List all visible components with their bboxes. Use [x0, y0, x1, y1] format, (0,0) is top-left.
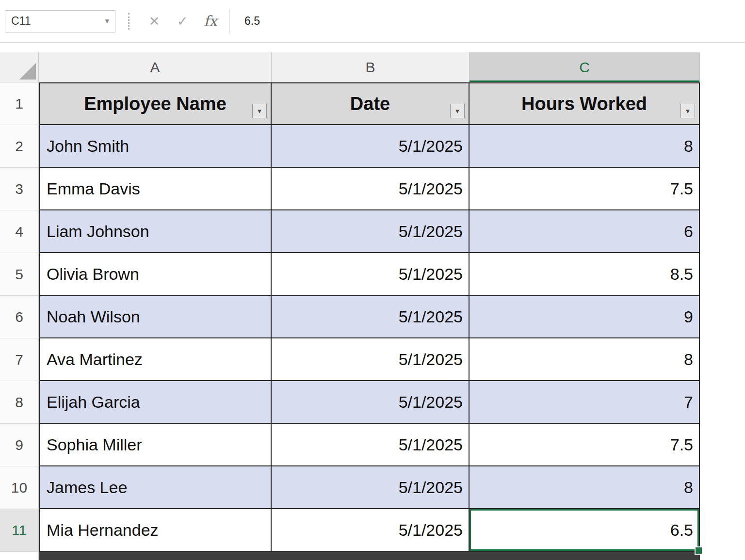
name-box[interactable]: C11 ▾ [5, 10, 115, 32]
table-row: 3 Emma Davis 5/1/2025 7.5 [0, 168, 745, 210]
cell-hours[interactable]: 7.5 [470, 168, 700, 210]
cell-employee-name[interactable]: Elijah Garcia [39, 381, 272, 424]
cell-date[interactable]: 5/1/2025 [272, 210, 470, 253]
cell-date[interactable]: 5/1/2025 [272, 466, 470, 509]
select-all-corner[interactable] [0, 52, 39, 82]
row-header[interactable]: 2 [0, 125, 39, 168]
column-header-b[interactable]: B [272, 52, 470, 82]
filter-dropdown-button[interactable]: ▾ [680, 104, 695, 118]
row-header[interactable]: 6 [0, 296, 39, 338]
table-row: 11 Mia Hernandez 5/1/2025 6.5 [0, 509, 745, 552]
cell-date[interactable]: 5/1/2025 [272, 509, 470, 552]
cell-hours[interactable]: 8 [470, 338, 700, 381]
cell-hours[interactable]: 8 [470, 466, 700, 509]
cell-hours[interactable]: 8 [470, 125, 700, 168]
cell-employee-name[interactable]: Ava Martinez [39, 338, 272, 381]
header-cell-hours-worked[interactable]: Hours Worked ▾ [470, 82, 700, 125]
formula-bar-divider [229, 9, 230, 34]
table-row: 5 Olivia Brown 5/1/2025 8.5 [0, 253, 745, 296]
table-row: 9 Sophia Miller 5/1/2025 7.5 [0, 424, 745, 466]
cell-employee-name[interactable]: Emma Davis [39, 168, 272, 210]
cell-date[interactable]: 5/1/2025 [272, 338, 470, 381]
formula-bar: C11 ▾ ✕ ✓ fx 6.5 [0, 0, 745, 43]
cell-employee-name[interactable]: Noah Wilson [39, 296, 272, 338]
row-header-1[interactable]: 1 [0, 82, 39, 125]
cell-employee-name[interactable]: Olivia Brown [39, 253, 272, 296]
header-cell-date[interactable]: Date ▾ [272, 82, 470, 125]
cell-date[interactable]: 5/1/2025 [272, 296, 470, 338]
formula-input[interactable]: 6.5 [235, 15, 745, 28]
cell-employee-name[interactable]: Mia Hernandez [39, 509, 272, 552]
header-label: Employee Name [84, 94, 227, 114]
header-cell-employee-name[interactable]: Employee Name ▾ [39, 82, 272, 125]
cell-hours[interactable]: 8.5 [470, 253, 700, 296]
cell-employee-name[interactable]: John Smith [39, 125, 272, 168]
table-row: 7 Ava Martinez 5/1/2025 8 [0, 338, 745, 381]
cancel-button[interactable]: ✕ [140, 8, 168, 35]
table-row: 4 Liam Johnson 5/1/2025 6 [0, 210, 745, 253]
row-header[interactable]: 5 [0, 253, 39, 296]
row-header[interactable]: 4 [0, 210, 39, 253]
name-box-value: C11 [11, 15, 31, 28]
row-header-active[interactable]: 11 [0, 509, 39, 552]
row-header[interactable]: 9 [0, 424, 39, 466]
cell-hours[interactable]: 9 [470, 296, 700, 338]
table-row: 2 John Smith 5/1/2025 8 [0, 125, 745, 168]
cell-employee-name[interactable]: Liam Johnson [39, 210, 272, 253]
cell-date[interactable]: 5/1/2025 [272, 381, 470, 424]
cell-hours[interactable]: 7 [470, 381, 700, 424]
filter-dropdown-button[interactable]: ▾ [252, 104, 267, 118]
partial-row-header [0, 552, 39, 560]
cell-date[interactable]: 5/1/2025 [272, 424, 470, 466]
cell-hours[interactable]: 7.5 [470, 424, 700, 466]
formula-bar-drag-handle[interactable] [128, 13, 130, 30]
select-all-triangle-icon [19, 63, 36, 80]
table-header-row: 1 Employee Name ▾ Date ▾ Hours Worked ▾ [0, 82, 745, 125]
table-row: 10 James Lee 5/1/2025 8 [0, 466, 745, 509]
filter-dropdown-button[interactable]: ▾ [450, 104, 465, 118]
column-header-strip: A B C [0, 52, 745, 82]
insert-function-button[interactable]: fx [196, 8, 225, 35]
name-box-dropdown-icon[interactable]: ▾ [105, 16, 109, 26]
header-label: Hours Worked [521, 94, 647, 114]
cell-date[interactable]: 5/1/2025 [272, 168, 470, 210]
row-header[interactable]: 10 [0, 466, 39, 509]
partial-next-row [0, 552, 745, 560]
header-label: Date [350, 94, 390, 114]
row-header[interactable]: 7 [0, 338, 39, 381]
cell-hours[interactable]: 6 [470, 210, 700, 253]
cell-hours-selected[interactable]: 6.5 [470, 509, 700, 552]
partial-row-fill [39, 552, 700, 560]
enter-button[interactable]: ✓ [168, 8, 196, 35]
column-header-c[interactable]: C [470, 52, 700, 82]
cell-employee-name[interactable]: Sophia Miller [39, 424, 272, 466]
row-header[interactable]: 3 [0, 168, 39, 210]
column-header-a[interactable]: A [39, 52, 272, 82]
row-header[interactable]: 8 [0, 381, 39, 424]
table-body: 2 John Smith 5/1/2025 8 3 Emma Davis 5/1… [0, 125, 745, 552]
cell-date[interactable]: 5/1/2025 [272, 125, 470, 168]
table-row: 8 Elijah Garcia 5/1/2025 7 [0, 381, 745, 424]
cell-date[interactable]: 5/1/2025 [272, 253, 470, 296]
cell-employee-name[interactable]: James Lee [39, 466, 272, 509]
table-row: 6 Noah Wilson 5/1/2025 9 [0, 296, 745, 338]
